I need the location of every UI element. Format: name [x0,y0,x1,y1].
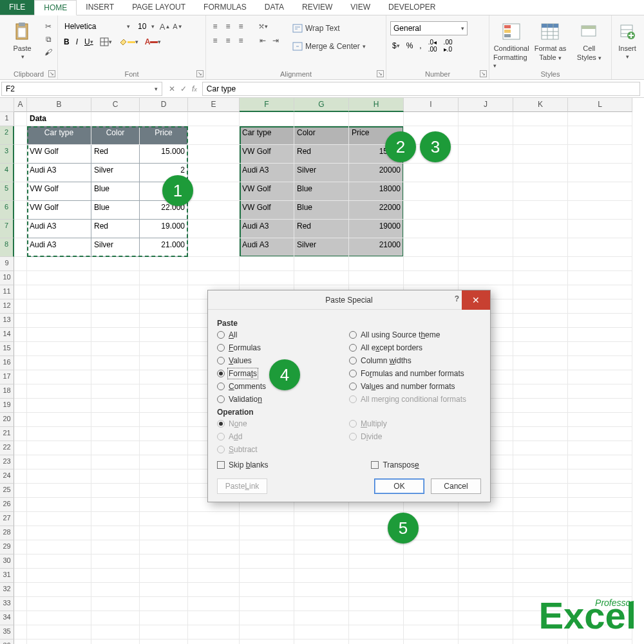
cell[interactable] [459,257,513,271]
cell[interactable] [513,145,568,164]
cell[interactable] [404,554,459,569]
tab-insert[interactable]: INSERT [77,0,123,15]
dialog-titlebar[interactable]: Paste Special ? ✕ [208,290,490,310]
cell[interactable] [140,342,188,356]
row-4[interactable]: 4 [0,164,14,182]
cancel-button[interactable]: Cancel [431,478,481,494]
cell[interactable] [513,220,568,238]
cell[interactable] [459,512,513,526]
cancel-formula-icon[interactable]: ✕ [169,84,175,93]
row-26[interactable]: 26 [0,498,14,512]
cell[interactable] [188,639,240,644]
row-14[interactable]: 14 [0,328,14,342]
cell[interactable] [568,639,632,644]
tab-developer[interactable]: DEVELOPER [379,0,444,15]
cell[interactable] [91,427,140,441]
cell[interactable] [14,441,27,455]
cell[interactable] [240,554,294,569]
cell[interactable] [459,554,513,569]
check-transpose[interactable]: Transpose [371,460,419,469]
cell[interactable]: Blue [91,182,140,201]
cell[interactable] [27,342,91,356]
cell[interactable] [14,299,27,314]
cell[interactable] [27,441,91,455]
cell[interactable] [188,126,240,145]
cell[interactable] [14,201,27,220]
cell[interactable] [91,413,140,427]
cell[interactable]: Color [91,126,140,145]
cell[interactable] [188,145,240,164]
cell[interactable] [91,342,140,356]
cell[interactable]: Blue [294,182,349,201]
cell[interactable] [568,569,632,583]
cell[interactable] [404,164,459,182]
cell[interactable] [91,328,140,342]
row-8[interactable]: 8 [0,238,14,257]
wrap-text-button[interactable]: Wrap Text [290,21,368,35]
cell[interactable]: VW Golf [27,201,91,220]
cell[interactable] [27,597,91,611]
cell[interactable] [240,540,294,554]
tab-review[interactable]: REVIEW [293,0,341,15]
cell[interactable] [14,512,27,526]
cell[interactable] [568,512,632,526]
cell[interactable] [404,182,459,201]
cell[interactable] [14,597,27,611]
cell[interactable] [240,597,294,611]
row-30[interactable]: 30 [0,554,14,569]
cell[interactable] [459,112,513,126]
row-20[interactable]: 20 [0,413,14,427]
col-C[interactable]: C [91,98,140,112]
cell[interactable] [140,498,188,512]
cell[interactable] [568,498,632,512]
cell[interactable] [91,314,140,328]
cell[interactable] [404,271,459,285]
bold-button[interactable]: B [62,35,71,48]
cell[interactable] [404,611,459,625]
row-12[interactable]: 12 [0,299,14,314]
cell[interactable] [140,413,188,427]
cell[interactable] [240,569,294,583]
col-L[interactable]: L [568,98,632,112]
cell[interactable] [513,399,568,413]
percent-button[interactable]: % [404,39,415,52]
cell[interactable]: VW Golf [27,145,91,164]
cell[interactable] [240,112,294,126]
cell[interactable] [568,328,632,342]
cell[interactable] [568,399,632,413]
cell[interactable] [404,625,459,639]
cell[interactable] [568,484,632,498]
align-left-icon[interactable]: ≡ [210,35,220,46]
row-10[interactable]: 10 [0,271,14,285]
cell[interactable] [513,126,568,145]
cell[interactable] [188,597,240,611]
dialog-launcher-icon[interactable]: ↘ [480,70,487,77]
cell[interactable] [459,164,513,182]
cell[interactable]: 22000 [349,201,404,220]
row-25[interactable]: 25 [0,484,14,498]
cell[interactable] [14,112,27,126]
cell[interactable] [14,356,27,370]
radio-all-theme[interactable]: All using Source theme [349,330,481,339]
cell[interactable] [14,370,27,384]
cell[interactable] [27,384,91,399]
cell[interactable] [513,299,568,314]
cell[interactable]: Red [294,220,349,238]
cell[interactable] [140,526,188,540]
cell[interactable] [294,639,349,644]
cell[interactable] [14,484,27,498]
cell[interactable] [14,569,27,583]
cell-styles-button[interactable]: Cell Styles ▾ [571,17,607,61]
cell[interactable] [188,257,240,271]
cell[interactable] [459,201,513,220]
col-F[interactable]: F [240,98,294,112]
cell[interactable] [513,238,568,257]
font-color-button[interactable]: A▾ [143,35,164,48]
cell[interactable] [188,526,240,540]
cell[interactable] [27,554,91,569]
check-skip-blanks[interactable]: Skip blanks [217,460,268,469]
cell[interactable]: Audi A3 [27,238,91,257]
cell[interactable] [294,257,349,271]
tab-page-layout[interactable]: PAGE LAYOUT [123,0,194,15]
cell[interactable] [188,554,240,569]
